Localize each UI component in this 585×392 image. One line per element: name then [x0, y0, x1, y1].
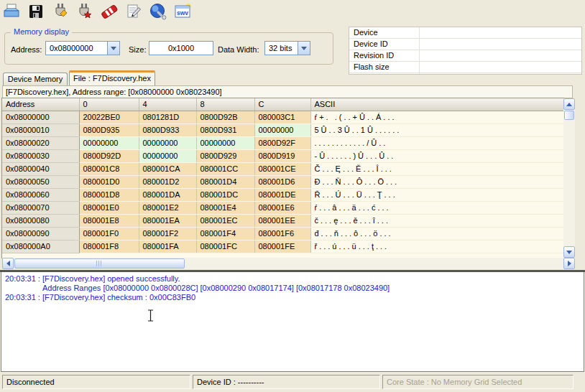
- disconnect-button[interactable]: [75, 3, 94, 22]
- grid-hex-cell[interactable]: 080001EA: [139, 214, 196, 227]
- grid-ascii-cell[interactable]: ............/Û..: [310, 136, 563, 149]
- grid-hex-cell[interactable]: 080001F2: [139, 227, 196, 240]
- grid-hex-cell[interactable]: 080001CA: [139, 162, 196, 175]
- grid-hex-cell[interactable]: 080001D6: [254, 175, 310, 188]
- grid-hex-cell[interactable]: 00000000: [139, 149, 196, 162]
- scroll-down-button[interactable]: [563, 246, 575, 258]
- grid-hex-cell[interactable]: 080001DC: [196, 188, 254, 201]
- grid-hex-cell[interactable]: 080001F6: [254, 227, 310, 240]
- grid-ascii-cell[interactable]: đ...ň...ô...ö...: [310, 227, 563, 240]
- grid-hex-cell[interactable]: 080001E6: [254, 201, 310, 214]
- tab-file-hex[interactable]: File : F7Discovery.hex: [69, 70, 155, 85]
- memory-row: 0x08000090080001F0080001F2080001F4080001…: [2, 227, 563, 240]
- grid-hex-cell[interactable]: 080001EE: [254, 214, 310, 227]
- grid-address-cell: 0x08000030: [2, 149, 79, 162]
- grid-hex-cell[interactable]: 080001E0: [79, 201, 139, 214]
- grid-hex-cell[interactable]: 080001F0: [79, 227, 139, 240]
- grid-hex-cell[interactable]: 080001D8: [79, 188, 139, 201]
- grid-ascii-cell[interactable]: ř...ú...ü...ţ...: [310, 240, 563, 253]
- grid-address-cell: 0x08000020: [2, 136, 79, 149]
- memory-row: 0x0800000020022BE00801281D0800D92B080003…: [2, 111, 563, 123]
- memory-row: 0x08000050080001D0080001D2080001D4080001…: [2, 175, 563, 188]
- grid-hex-cell[interactable]: 080001DA: [139, 188, 196, 201]
- chevron-down-icon[interactable]: [298, 42, 310, 55]
- vertical-scroll-thumb[interactable]: [564, 111, 574, 120]
- scroll-up-button[interactable]: [563, 98, 575, 110]
- memory-display-title: Memory display: [11, 27, 72, 36]
- grid-hex-cell[interactable]: 0800D919: [254, 149, 310, 162]
- grid-hex-cell[interactable]: 0801281D: [139, 111, 196, 123]
- grid-ascii-cell[interactable]: Đ...Ň...Ô...Ö...: [310, 175, 563, 188]
- program-verify-button[interactable]: [124, 3, 143, 22]
- scroll-left-button[interactable]: [2, 258, 14, 269]
- grid-vertical-scrollbar[interactable]: [563, 98, 575, 258]
- log-output[interactable]: 20:03:31 : [F7Discovery.hex] opened succ…: [1, 272, 584, 372]
- grid-hex-cell[interactable]: 0800D933: [139, 123, 196, 136]
- grid-hex-cell[interactable]: 080001D4: [196, 175, 254, 188]
- grid-hex-cell[interactable]: 0800D931: [196, 123, 254, 136]
- grid-hex-cell[interactable]: 080001CE: [254, 162, 310, 175]
- grid-hex-cell[interactable]: 080003C1: [254, 111, 310, 123]
- right-arrow-icon: [568, 261, 574, 266]
- size-input[interactable]: [149, 41, 213, 55]
- grid-hex-cell[interactable]: 080001D2: [139, 175, 196, 188]
- chevron-down-icon[interactable]: [107, 42, 119, 55]
- open-file-button[interactable]: [1, 3, 21, 22]
- grid-address-cell: 0x08000050: [2, 175, 79, 188]
- grid-hex-cell[interactable]: 080001D0: [79, 175, 139, 188]
- swv-button[interactable]: swv: [172, 3, 192, 22]
- grid-hex-cell[interactable]: 080001F8: [79, 240, 139, 253]
- grid-column-header: Address: [2, 98, 79, 111]
- connection-status: Disconnected: [2, 375, 190, 389]
- device-info-row: Revision ID: [349, 50, 581, 62]
- open-file-icon: [3, 3, 20, 22]
- grid-hex-cell[interactable]: 080001CC: [196, 162, 254, 175]
- grid-hex-cell[interactable]: 0800D935: [79, 123, 139, 136]
- grid-hex-cell[interactable]: 080001FC: [196, 240, 254, 253]
- grid-hex-cell[interactable]: 080001E4: [196, 201, 254, 214]
- notepad-pencil-icon: [125, 3, 142, 22]
- grid-hex-cell[interactable]: 0800D929: [196, 149, 254, 162]
- grid-hex-cell[interactable]: 0800D92F: [254, 136, 310, 149]
- grid-ascii-cell[interactable]: č...ę...ě...î...: [310, 214, 563, 227]
- grid-ascii-cell[interactable]: ŕ...â...ä...ć...: [310, 201, 563, 214]
- grid-hex-cell[interactable]: 080001FE: [254, 240, 310, 253]
- grid-hex-cell[interactable]: 0800D92D: [79, 149, 139, 162]
- down-arrow-icon: [566, 251, 572, 257]
- grid-hex-cell[interactable]: 0800D92B: [196, 111, 254, 123]
- connect-button[interactable]: [50, 3, 70, 22]
- tab-device-memory[interactable]: Device Memory: [3, 73, 68, 85]
- grid-hex-cell[interactable]: 080001F4: [196, 227, 254, 240]
- eraser-icon: [101, 3, 118, 22]
- grid-address-cell: 0x08000060: [2, 188, 79, 201]
- data-width-combo[interactable]: 32 bits: [264, 41, 310, 55]
- erase-chip-button[interactable]: [99, 3, 119, 22]
- grid-hex-cell[interactable]: 080001EC: [196, 214, 254, 227]
- grid-address-cell: 0x08000070: [2, 201, 79, 214]
- grid-hex-cell[interactable]: 20022BE0: [79, 111, 139, 123]
- grid-ascii-cell[interactable]: -Û......)Û...Û..: [310, 149, 563, 162]
- save-button[interactable]: [26, 3, 45, 22]
- grid-hex-cell[interactable]: 00000000: [196, 136, 254, 149]
- horizontal-scroll-thumb[interactable]: [14, 258, 185, 269]
- up-arrow-icon: [566, 100, 572, 106]
- grid-hex-cell[interactable]: 00000000: [79, 136, 139, 149]
- grid-hex-cell[interactable]: 00000000: [139, 136, 196, 149]
- grid-horizontal-scrollbar[interactable]: [2, 258, 575, 269]
- settings-button[interactable]: [148, 3, 167, 22]
- grid-ascii-cell[interactable]: ŕ+. .(..+Û..Á...: [310, 111, 563, 123]
- data-width-combo-value: 32 bits: [265, 42, 298, 55]
- grid-hex-cell[interactable]: 080001E8: [79, 214, 139, 227]
- grid-hex-cell[interactable]: 080001DE: [254, 188, 310, 201]
- grid-ascii-cell[interactable]: Č...Ę...Ě...Î...: [310, 162, 563, 175]
- address-combo[interactable]: 0x08000000: [45, 41, 120, 55]
- memory-row: 0x080000200000000000000000000000000800D9…: [2, 136, 563, 149]
- grid-hex-cell[interactable]: 00000000: [254, 123, 310, 136]
- scroll-right-button[interactable]: [563, 258, 575, 269]
- grid-hex-cell[interactable]: 080001E2: [139, 201, 196, 214]
- grid-ascii-cell[interactable]: Ř...Ú...Ü...Ţ...: [310, 188, 563, 201]
- grid-column-header: 0: [79, 98, 139, 111]
- grid-hex-cell[interactable]: 080001C8: [79, 162, 139, 175]
- grid-ascii-cell[interactable]: 5Û..3Û..1Û......: [310, 123, 563, 136]
- grid-hex-cell[interactable]: 080001FA: [139, 240, 196, 253]
